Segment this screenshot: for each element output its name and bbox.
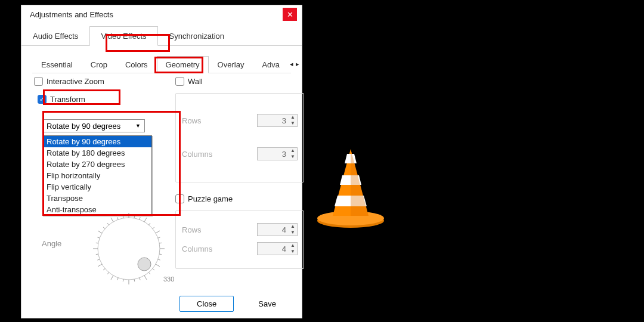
svg-line-9 [159,243,162,243]
tab-advanced[interactable]: Adva [253,56,289,73]
svg-line-35 [117,217,118,219]
svg-line-23 [107,273,109,274]
svg-line-8 [158,237,160,238]
wall-checkbox[interactable]: Wall [175,77,203,86]
puzzle-rows-spinner[interactable]: 4 ▲▼ [257,223,298,236]
angle-label: Angle [42,239,61,248]
sub-tabs: Essential Crop Colors Geometry Overlay A… [32,55,291,73]
wall-rows-value: 3 [258,116,289,125]
transform-combo-value: Rotate by 90 degrees [47,122,120,131]
svg-line-33 [107,223,109,225]
svg-line-25 [98,264,102,267]
interactive-zoom-label: Interactive Zoom [47,77,104,86]
transform-checkbox[interactable]: ✓ Transform [38,95,85,104]
svg-point-37 [138,258,151,271]
wall-rows-spinner[interactable]: 3 ▲▼ [257,114,298,127]
svg-line-3 [140,217,140,219]
checkbox-icon [34,77,43,86]
dropdown-item[interactable]: Rotate by 90 degrees [43,136,151,147]
close-button[interactable]: Close [179,296,234,312]
tab-crop[interactable]: Crop [82,56,116,73]
puzzle-rows-label: Rows [182,225,202,234]
svg-line-12 [158,259,160,260]
tab-geometry[interactable]: Geometry [157,56,209,73]
geometry-panel: Interactive Zoom ✓ Transform Rotate by 9… [21,73,302,78]
svg-line-31 [98,231,102,233]
dropdown-item[interactable]: Flip vertically [43,181,151,193]
wall-cols-label: Columns [182,150,212,159]
spin-down-icon[interactable]: ▼ [289,120,297,126]
dialog-title: Adjustments and Effects [30,10,283,19]
tab-colors[interactable]: Colors [116,56,157,73]
tab-essential[interactable]: Essential [32,56,82,73]
svg-line-14 [153,268,154,270]
dropdown-item[interactable]: Flip horizontally [43,170,151,181]
puzzle-label: Puzzle game [188,194,233,203]
puzzle-cols-spinner[interactable]: 4 ▲▼ [257,242,298,255]
angle-dial[interactable] [85,205,173,293]
svg-point-0 [98,218,160,280]
svg-line-24 [103,268,105,270]
transform-label: Transform [50,95,85,104]
puzzle-checkbox[interactable]: Puzzle game [175,194,233,203]
adjustments-dialog: Adjustments and Effects ✕ Audio Effects … [21,5,302,318]
tab-scroll-left-icon[interactable]: ◂ [289,60,295,68]
svg-line-21 [117,278,118,280]
svg-line-15 [148,273,150,274]
svg-line-36 [123,216,123,218]
tab-video-effects[interactable]: Video Effects [89,26,157,46]
svg-line-27 [96,254,98,255]
puzzle-cols-value: 4 [258,244,289,253]
spin-up-icon[interactable]: ▲ [289,114,297,120]
titlebar: Adjustments and Effects ✕ [21,5,302,23]
puzzle-group: Rows 4 ▲▼ Columns 4 ▲▼ [175,210,304,269]
checkbox-icon [175,77,184,86]
wall-rows-label: Rows [182,116,202,125]
wall-group: Rows 3 ▲▼ Columns 3 ▲▼ [175,93,304,182]
svg-line-2 [134,216,135,218]
dropdown-item[interactable]: Transpose [43,193,151,204]
spin-up-icon[interactable]: ▲ [289,243,297,249]
save-button[interactable]: Save [241,296,293,312]
dialog-footer: Close Save [179,296,293,312]
svg-line-16 [144,275,147,280]
svg-line-20 [123,279,123,281]
tab-audio-effects[interactable]: Audio Effects [21,26,89,46]
svg-line-7 [156,231,160,233]
spin-down-icon[interactable]: ▼ [289,230,297,236]
svg-line-22 [111,275,113,280]
dropdown-item[interactable]: Rotate by 270 degrees [43,159,151,170]
spin-up-icon[interactable]: ▲ [289,148,297,154]
tab-synchronization[interactable]: Synchronization [158,26,236,46]
wall-label: Wall [188,77,203,86]
tab-scroll-right-icon[interactable]: ▸ [295,60,301,68]
svg-line-34 [111,218,113,222]
interactive-zoom-checkbox[interactable]: Interactive Zoom [34,77,104,86]
spin-down-icon[interactable]: ▼ [289,154,297,160]
puzzle-cols-label: Columns [182,244,212,253]
transform-dropdown: Rotate by 90 degrees Rotate by 180 degre… [42,135,152,216]
svg-line-29 [96,243,98,243]
svg-line-5 [148,223,150,225]
wall-cols-spinner[interactable]: 3 ▲▼ [257,147,298,160]
transform-combo[interactable]: Rotate by 90 degrees ▼ [42,119,145,132]
puzzle-rows-value: 4 [258,225,289,234]
svg-line-11 [159,254,162,255]
main-tabs: Audio Effects Video Effects Synchronizat… [21,26,302,46]
svg-line-32 [103,227,105,229]
svg-line-30 [97,237,100,238]
svg-line-26 [97,259,100,260]
svg-line-13 [156,264,160,267]
svg-line-18 [134,279,135,281]
close-icon[interactable]: ✕ [283,8,297,21]
dropdown-item[interactable]: Rotate by 180 degrees [43,147,151,159]
checkbox-checked-icon: ✓ [38,95,47,104]
chevron-down-icon: ▼ [135,123,141,129]
wall-cols-value: 3 [258,150,289,159]
vlc-cone-icon [314,145,388,231]
spin-up-icon[interactable]: ▲ [289,224,297,230]
svg-line-6 [153,227,154,229]
tab-overlay[interactable]: Overlay [209,56,253,73]
svg-line-4 [144,218,147,222]
spin-down-icon[interactable]: ▼ [289,249,297,255]
